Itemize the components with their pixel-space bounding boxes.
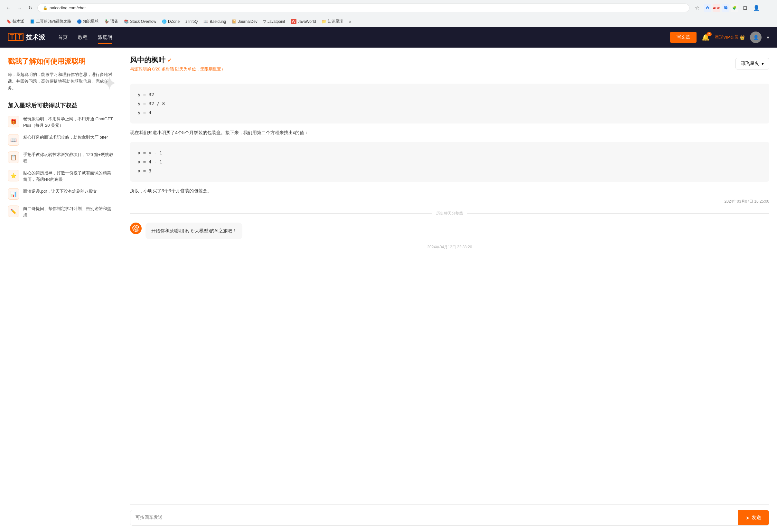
notification-badge: 2 — [706, 32, 712, 36]
write-button[interactable]: 写文章 — [670, 32, 696, 43]
benefit-text-1: 畅玩派聪明，不用科学上网，不用开通 ChatGPT Plus（每月 20 美元） — [23, 116, 114, 128]
bookmark-yuque[interactable]: 🦆 语雀 — [102, 18, 121, 25]
nav-home[interactable]: 首页 — [58, 32, 68, 43]
site-logo[interactable]: 🅃🅃 技术派 — [8, 33, 45, 42]
bookmark-icon: 🌐 — [162, 19, 167, 24]
chat-title: 风中的枫叶 ✓ — [130, 55, 225, 65]
reload-button[interactable]: ↻ — [26, 4, 35, 13]
benefits-section: 加入星球后可获得以下权益 🎁 畅玩派聪明，不用科学上网，不用开通 ChatGPT… — [8, 102, 114, 218]
browser-controls: ← → ↻ — [4, 4, 35, 13]
math-line-1: y = 32 — [138, 90, 762, 99]
message-text-1: 现在我们知道小明买了4个5个月饼装的包装盒。接下来，我们用第二个方程来找出x的值… — [130, 129, 769, 137]
avatar-icon: 👤 — [753, 35, 759, 40]
ext-puzzle[interactable]: 🧩 — [731, 4, 738, 12]
benefit-text-5: 面渣逆袭.pdf，让天下没有难刷的八股文 — [23, 188, 97, 194]
message-time-1: 2024年03月07日 16:25:00 — [130, 199, 769, 204]
bookmark-label: JavaWorld — [298, 19, 316, 24]
bookmark-icon: 📘 — [30, 19, 35, 24]
benefit-icon-6: ✏️ — [8, 206, 19, 217]
secure-icon: 🔒 — [43, 6, 47, 10]
bookmark-baeldung[interactable]: 📖 Baeldung — [201, 18, 229, 25]
menu-button[interactable]: ⋮ — [763, 3, 773, 13]
chat-header-left: 风中的枫叶 ✓ 与派聪明的 0/20 条对话 以天为单位，无限期重置） — [130, 55, 225, 72]
bookmark-icon: 📔 — [232, 19, 237, 24]
openai-watermark: ✦ — [101, 68, 117, 99]
benefit-item-2: 📖 精心打造的面试求职攻略，助你拿到大厂 offer — [8, 134, 114, 146]
bookmark-label: 技术派 — [13, 19, 24, 24]
bookmark-javaworld[interactable]: W JavaWorld — [289, 18, 319, 25]
profile-button[interactable]: 👤 — [751, 3, 762, 13]
site-nav: 首页 教程 派聪明 — [58, 32, 112, 43]
notification-button[interactable]: 🔔 2 — [702, 33, 710, 41]
bookmark-icon: 📚 — [124, 19, 129, 24]
eq-line-3: x = 3 — [138, 166, 762, 175]
chat-input[interactable] — [130, 510, 738, 525]
ai-time: 2024年04月12日 22:38:20 — [130, 245, 769, 250]
equation-block: x = y - 1 x = 4 - 1 x = 3 — [130, 142, 769, 182]
chat-title-text: 风中的枫叶 — [130, 55, 165, 65]
header-right: 写文章 🔔 2 星球VIP会员 👑 👤 ▾ — [670, 31, 769, 43]
bookmark-journaldev[interactable]: 📔 JournalDev — [229, 18, 260, 25]
forward-button[interactable]: → — [15, 4, 24, 13]
site-header: 🅃🅃 技术派 首页 教程 派聪明 写文章 🔔 2 星球VIP会员 👑 👤 ▾ — [0, 27, 777, 47]
chat-area: 风中的枫叶 ✓ 与派聪明的 0/20 条对话 以天为单位，无限期重置） 讯飞星火… — [122, 47, 777, 532]
send-icon: ➤ — [746, 515, 750, 520]
sidebar-desc: 嗨，我超聪明的，能够学习和理解你的意思，进行多轮对话。并回答问题，高效便捷地帮助… — [8, 72, 114, 91]
crown-icon: 👑 — [740, 35, 745, 40]
chat-header: 风中的枫叶 ✓ 与派聪明的 0/20 条对话 以天为单位，无限期重置） 讯飞星火… — [130, 55, 769, 72]
ai-avatar — [130, 223, 142, 234]
model-selector[interactable]: 讯飞星火 ▾ — [736, 58, 769, 70]
bookmark-java[interactable]: 📘 二哥的Java进阶之路 — [27, 18, 74, 25]
bookmark-stackoverflow[interactable]: 📚 Stack Overflow — [121, 18, 159, 25]
bookmarks-bar: 🔖 技术派 📘 二哥的Java进阶之路 🔵 知识星球 🦆 语雀 📚 Stack … — [0, 16, 777, 27]
bookmark-javatpoint[interactable]: ▽ Javatpoint — [261, 18, 288, 25]
address-bar[interactable]: 🔒 paicoding.com/chat — [37, 4, 689, 12]
user-avatar[interactable]: 👤 — [750, 31, 762, 43]
ext-timer[interactable]: ⏱ — [704, 4, 711, 12]
bookmark-zsxq2[interactable]: 📁 知识星球 — [319, 18, 346, 25]
bookmark-zsxq[interactable]: 🔵 知识星球 — [74, 18, 101, 25]
bookmark-icon: 🔵 — [77, 19, 82, 24]
back-button[interactable]: ← — [4, 4, 13, 13]
browser-bar: ← → ↻ 🔒 paicoding.com/chat ☆ ⏱ ABP 译 🧩 ⊡… — [0, 0, 777, 16]
bookmark-dzone[interactable]: 🌐 DZone — [159, 18, 182, 25]
bookmark-icon: 🔖 — [6, 19, 11, 24]
bookmark-infoq[interactable]: ℹ InfoQ — [183, 18, 200, 25]
bookmark-label: 知识星球 — [328, 19, 343, 24]
nav-ai[interactable]: 派聪明 — [98, 32, 112, 43]
more-icon: » — [349, 19, 351, 24]
bookmark-icon: ▽ — [263, 19, 266, 24]
bookmark-label: 知识星球 — [83, 19, 99, 24]
sidebar-title[interactable]: 戳我了解如何使用派聪明 — [8, 56, 114, 66]
send-button[interactable]: ➤ 发送 — [738, 510, 769, 525]
ext-abp[interactable]: ABP — [712, 4, 720, 12]
benefit-icon-5: 📊 — [8, 188, 19, 200]
subtitle-pre: 与派聪明的 — [130, 66, 152, 72]
model-label: 讯飞星火 — [741, 61, 759, 66]
star-button[interactable]: ☆ — [692, 3, 702, 13]
bookmark-label: JournalDev — [238, 19, 257, 24]
ai-bubble: 开始你和派聪明(讯飞-大模型)的AI之旅吧！ — [145, 223, 242, 239]
ext-trans[interactable]: 译 — [722, 4, 730, 12]
bookmark-jishupai[interactable]: 🔖 技术派 — [4, 18, 27, 25]
vip-text: 星球VIP会员 — [715, 34, 738, 40]
chat-messages[interactable]: y = 32 y = 32 / 8 y = 4 现在我们知道小明买了4个5个月饼… — [130, 76, 769, 501]
chat-divider: 历史聊天分割线 — [130, 211, 769, 216]
bookmark-more[interactable]: » — [346, 18, 354, 25]
math-line-2: y = 32 / 8 — [138, 99, 762, 108]
eq-line-2: x = 4 - 1 — [138, 157, 762, 166]
subtitle-count: 0/20 — [152, 66, 160, 72]
openai-icon — [132, 225, 139, 232]
bookmark-icon: 📁 — [322, 19, 326, 24]
vip-label[interactable]: 星球VIP会员 👑 — [715, 34, 745, 40]
chat-input-area: ➤ 发送 — [130, 504, 769, 532]
eq-line-1: x = y - 1 — [138, 148, 762, 157]
split-button[interactable]: ⊡ — [740, 3, 750, 13]
message-text-2: 所以，小明买了3个3个月饼装的包装盒。 — [130, 187, 769, 195]
benefit-item-5: 📊 面渣逆袭.pdf，让天下没有难刷的八股文 — [8, 188, 114, 200]
benefit-icon-1: 🎁 — [8, 116, 19, 127]
dropdown-button[interactable]: ▾ — [767, 34, 769, 40]
logo-text: 技术派 — [26, 33, 45, 42]
ai-message: 开始你和派聪明(讯飞-大模型)的AI之旅吧！ — [130, 223, 769, 239]
nav-tutorial[interactable]: 教程 — [78, 32, 88, 43]
